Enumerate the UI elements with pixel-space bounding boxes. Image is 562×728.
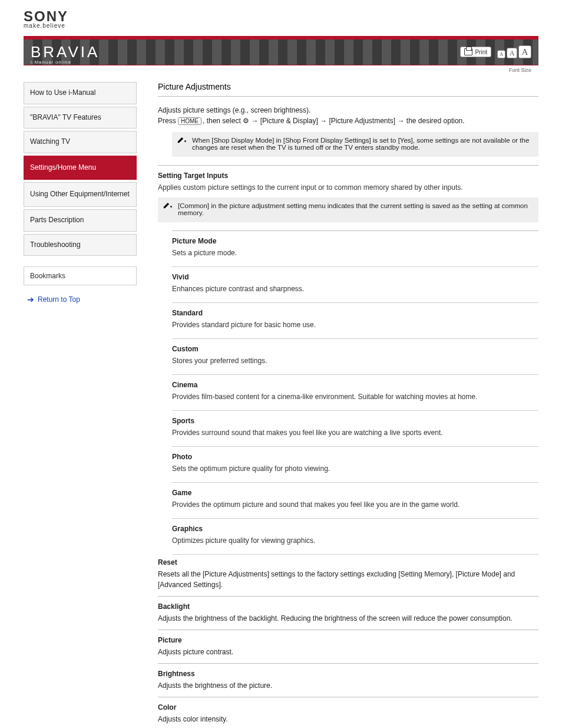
- font-size-switcher: A A A: [497, 45, 531, 58]
- gear-icon: ⚙: [243, 117, 249, 125]
- font-size-label: Font Size: [509, 67, 531, 73]
- sidebar-item-how-to-use[interactable]: How to Use i-Manual: [24, 82, 137, 104]
- item-title: Brightness: [158, 670, 538, 678]
- item-body: Provides film-based content for a cinema…: [172, 391, 538, 402]
- pen-icon: [163, 201, 171, 209]
- item-body: Resets all the [Picture Adjustments] set…: [158, 569, 538, 590]
- item-body: Adjusts color intensity.: [158, 714, 538, 724]
- brand-tagline: make.believe: [24, 22, 562, 29]
- list-item: CinemaProvides film-based content for a …: [172, 374, 538, 410]
- subbrand-logo: BRAVIA: [31, 43, 100, 61]
- main-content: Picture Adjustments Adjusts picture sett…: [158, 82, 538, 728]
- path-mid: , then select: [203, 117, 243, 125]
- menu-path: Press HOME, then select ⚙ → [Picture & D…: [158, 117, 538, 125]
- item-title: Standard: [172, 309, 538, 317]
- note1-text: When [Shop Display Mode] in [Shop Front …: [192, 137, 531, 151]
- list-item: PhotoSets the optimum picture quality fo…: [172, 446, 538, 482]
- path-arrow-2: →: [318, 117, 329, 125]
- path-arrow-1: →: [249, 117, 260, 125]
- item-body: Stores your preferred settings.: [172, 355, 538, 366]
- picture-mode-head: Picture Mode: [172, 237, 538, 245]
- divider: [158, 663, 538, 664]
- title-bar: BRAVIA i-Manual online Print A A A Font …: [24, 39, 538, 65]
- sidebar-item-parts[interactable]: Parts Description: [24, 209, 137, 232]
- list-item: CustomStores your preferred settings.: [172, 338, 538, 374]
- item-title: Photo: [172, 453, 538, 461]
- top-link-label: Return to Top: [38, 295, 80, 304]
- page-title: Picture Adjustments: [158, 82, 538, 91]
- item-body: Adjusts the brightness of the picture.: [158, 680, 538, 691]
- return-to-top-link[interactable]: ➔ Return to Top: [27, 295, 137, 304]
- item-body: Provides the optimum picture and sound t…: [172, 499, 538, 510]
- note-box-1: When [Shop Display Mode] in [Shop Front …: [172, 132, 538, 157]
- sidebar-item-troubleshooting[interactable]: Troubleshooting: [24, 234, 137, 256]
- path-seg2: [Picture Adjustments]: [329, 117, 395, 125]
- note-box-2: [Common] in the picture adjustment setti…: [158, 197, 538, 222]
- item-body: Optimizes picture quality for viewing gr…: [172, 535, 538, 546]
- list-item: ColorAdjusts color intensity.: [158, 703, 538, 724]
- arrow-right-icon: ➔: [27, 295, 34, 304]
- list-item: GraphicsOptimizes picture quality for vi…: [172, 518, 538, 555]
- path-seg1: [Picture & Display]: [260, 117, 318, 125]
- sidebar-item-features[interactable]: "BRAVIA" TV Features: [24, 107, 137, 129]
- list-item: BacklightAdjusts the brightness of the b…: [158, 602, 538, 624]
- font-size-medium[interactable]: A: [507, 48, 517, 58]
- item-title: Sports: [172, 417, 538, 425]
- list-item: PictureAdjusts picture contrast.: [158, 636, 538, 657]
- item-body: Adjusts the brightness of the backlight.…: [158, 613, 538, 624]
- item-body: Provides surround sound that makes you f…: [172, 427, 538, 438]
- path-seg3: the desired option.: [406, 117, 465, 125]
- picture-mode-section: Picture Mode Sets a picture mode.: [172, 230, 538, 266]
- intro-text: Adjusts picture settings (e.g., screen b…: [158, 106, 538, 114]
- divider: [158, 697, 538, 697]
- list-item: BrightnessAdjusts the brightness of the …: [158, 670, 538, 691]
- item-title: Backlight: [158, 602, 538, 611]
- sidebar: How to Use i-Manual "BRAVIA" TV Features…: [24, 82, 137, 728]
- sidebar-item-settings[interactable]: Settings/Home Menu: [24, 156, 137, 180]
- list-item: ResetResets all the [Picture Adjustments…: [158, 558, 538, 590]
- note2-text: [Common] in the picture adjustment setti…: [178, 202, 531, 216]
- print-label: Print: [475, 49, 487, 55]
- setting-target-body: Applies custom picture settings to the c…: [158, 182, 538, 193]
- item-title: Graphics: [172, 525, 538, 533]
- divider: [158, 165, 538, 166]
- list-item: StandardProvides standard picture for ba…: [172, 302, 538, 338]
- item-title: Vivid: [172, 273, 538, 281]
- list-item: VividEnhances picture contrast and sharp…: [172, 266, 538, 302]
- item-title: Picture: [158, 636, 538, 644]
- sidebar-item-other-equipment[interactable]: Using Other Equipment/Internet: [24, 182, 137, 207]
- print-icon: [464, 48, 472, 55]
- font-size-large[interactable]: A: [518, 45, 531, 58]
- item-body: Provides standard picture for basic home…: [172, 319, 538, 330]
- item-title: Reset: [158, 558, 538, 566]
- item-title: Game: [172, 489, 538, 497]
- item-title: Color: [158, 703, 538, 711]
- divider: [158, 96, 538, 97]
- brand-logo: SONY: [24, 9, 562, 24]
- divider: [158, 630, 538, 630]
- picture-mode-body: Sets a picture mode.: [172, 248, 538, 258]
- bookmarks-button[interactable]: Bookmarks: [24, 266, 137, 285]
- home-key: HOME: [178, 117, 201, 125]
- subbrand-subtitle: i-Manual online: [31, 60, 71, 65]
- sidebar-item-watching-tv[interactable]: Watching TV: [24, 131, 137, 153]
- item-body: Sets the optimum picture quality for pho…: [172, 463, 538, 474]
- divider: [158, 596, 538, 597]
- pen-icon: [177, 136, 185, 144]
- setting-target-head: Setting Target Inputs: [158, 172, 538, 180]
- item-body: Adjusts picture contrast.: [158, 647, 538, 657]
- font-size-small[interactable]: A: [497, 50, 505, 58]
- item-title: Custom: [172, 345, 538, 353]
- list-item: SportsProvides surround sound that makes…: [172, 410, 538, 446]
- path-arrow-3: →: [395, 117, 406, 125]
- header: SONY make.believe: [0, 0, 562, 34]
- list-item: GameProvides the optimum picture and sou…: [172, 482, 538, 518]
- print-button[interactable]: Print: [460, 47, 491, 57]
- path-prefix: Press: [158, 117, 178, 125]
- item-title: Cinema: [172, 381, 538, 389]
- item-body: Enhances picture contrast and sharpness.: [172, 284, 538, 294]
